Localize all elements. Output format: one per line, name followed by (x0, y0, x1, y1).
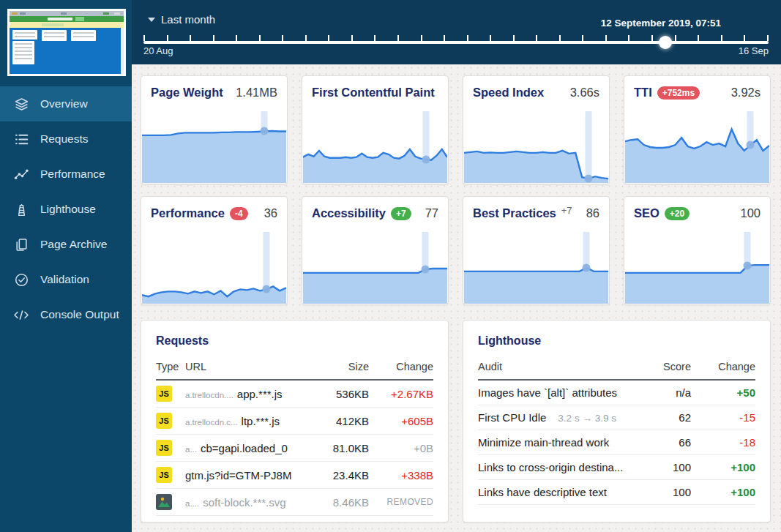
sparkline-marker-dot (583, 264, 591, 272)
request-url: a.trellocdn....app.***.js (185, 380, 303, 408)
list-icon (13, 131, 29, 147)
pages-icon (13, 236, 29, 252)
request-row[interactable]: JSa.trellocdn.c...ltp.***.js412KB+605B (156, 408, 433, 435)
lighthouse-icon (13, 201, 29, 217)
sparkline-marker-dot (585, 175, 593, 183)
sidebar-item-label: Requests (40, 132, 88, 146)
date-range-label: Last month (161, 13, 215, 26)
audit-row[interactable]: Images have `[alt]` attributesn/a+50 (478, 380, 755, 405)
request-change: +2.67KB (369, 380, 433, 408)
timeline-track[interactable] (143, 41, 769, 44)
request-size: 8.46KB (303, 489, 369, 516)
metric-card-best-practices[interactable]: Best Practices+786 (463, 196, 610, 305)
request-url: gtm.js?id=GTM-PJ8M (185, 462, 303, 489)
audit-change: +50 (691, 380, 755, 405)
request-url-name: ltp.***.js (242, 415, 280, 427)
sparkline-chart (142, 111, 286, 183)
metric-card-accessibility[interactable]: Accessibility+777 (302, 196, 449, 305)
audit-row[interactable]: Minimize main-thread work66-18 (478, 430, 755, 455)
request-url: a.trellocdn.c...ltp.***.js (185, 408, 303, 435)
metric-card-performance[interactable]: Performance-436 (141, 196, 288, 305)
audit-change: -15 (691, 405, 755, 430)
lighthouse-panel-title: Lighthouse (478, 334, 755, 348)
audit-name: Minimize main-thread work (478, 430, 640, 455)
metric-card-first-contentful-paint[interactable]: First Contentful Paint (302, 75, 449, 184)
audit-score: 100 (640, 480, 691, 505)
image-file-icon (156, 494, 172, 510)
metric-title: Performance (151, 206, 225, 220)
sidebar-item-label: Performance (40, 168, 105, 181)
sparkline-chart (303, 111, 447, 183)
request-url-prefix: a... (185, 445, 197, 454)
audit-row[interactable]: Links to cross-origin destina...100+100 (478, 455, 755, 480)
request-size: 23.4KB (303, 462, 369, 489)
sparkline-marker-dot (422, 265, 430, 273)
sparkline-chart (142, 232, 286, 304)
tables-row: Requests Type URL Size Change JSa.trello… (141, 320, 771, 522)
metric-value: 3.66s (570, 86, 599, 100)
sidebar-item-validation[interactable]: Validation (0, 262, 132, 297)
code-icon (13, 307, 29, 323)
request-row[interactable]: JSa...cb=gapi.loaded_081.0KB+0B (156, 435, 433, 462)
metric-card-page-weight[interactable]: Page Weight1.41MB (141, 75, 288, 184)
audit-name: Images have `[alt]` attributes (478, 380, 640, 405)
metric-card-speed-index[interactable]: Speed Index3.66s (463, 75, 610, 184)
sidebar-item-label: Validation (40, 273, 89, 286)
audit-score: 100 (640, 455, 691, 480)
sidebar-item-performance[interactable]: Performance (0, 157, 132, 192)
audit-score: 62 (640, 405, 691, 430)
page-thumbnail[interactable] (7, 9, 126, 76)
metric-value: 100 (740, 206, 761, 220)
audit-name: Links to cross-origin destina... (478, 455, 640, 480)
sparkline-chart (464, 111, 608, 183)
sidebar-nav: OverviewRequestsPerformanceLighthousePag… (0, 86, 132, 332)
request-size: 536KB (303, 380, 369, 408)
lighthouse-table: Audit Score Change Images have `[alt]` a… (478, 356, 755, 505)
js-file-icon: JS (156, 386, 172, 402)
sparkline-chart (303, 232, 447, 304)
metric-title: Speed Index (473, 86, 544, 100)
metric-card-seo[interactable]: SEO+20100 (624, 196, 771, 305)
selected-datetime-label: 12 September 2019, 07:51 (601, 18, 721, 29)
js-file-icon: JS (156, 467, 172, 483)
sidebar-item-console-output[interactable]: Console Output (0, 297, 132, 332)
sparkline-chart (625, 232, 769, 304)
metric-value: 3.92s (731, 86, 761, 100)
scatter-icon (13, 166, 29, 182)
request-url: a....soft-block.***.svg (185, 489, 303, 516)
sidebar-item-label: Page Archive (40, 238, 107, 251)
check-circle-icon (13, 271, 29, 288)
sidebar-item-requests[interactable]: Requests (0, 121, 132, 157)
main-content: Page Weight1.41MBFirst Contentful PaintS… (132, 64, 781, 532)
sidebar-item-page-archive[interactable]: Page Archive (0, 227, 132, 262)
request-row[interactable]: JSgtm.js?id=GTM-PJ8M23.4KB+338B (156, 462, 433, 489)
audit-score: n/a (640, 380, 691, 405)
audit-row[interactable]: First CPU Idle3.2 s → 3.9 s62-15 (478, 405, 755, 430)
request-url-name: cb=gapi.loaded_0 (201, 442, 288, 454)
audit-score: 66 (640, 430, 691, 455)
audit-row[interactable]: Links have descriptive text100+100 (478, 480, 755, 505)
layers-icon (13, 96, 29, 112)
thumbnail-browser-bar (10, 11, 124, 16)
request-row[interactable]: a....soft-block.***.svg8.46KBREMOVED (156, 489, 433, 516)
lighthouse-col-score: Score (640, 356, 691, 380)
sidebar-item-lighthouse[interactable]: Lighthouse (0, 192, 132, 227)
range-end-label: 16 Sep (739, 45, 769, 56)
sparkline-marker-dot (263, 285, 271, 293)
thumbnail-board (10, 28, 124, 74)
js-file-icon: JS (156, 413, 172, 429)
metric-title: Page Weight (151, 86, 223, 100)
date-range-dropdown[interactable]: Last month (148, 13, 215, 26)
request-url-prefix: a.... (185, 499, 199, 508)
sidebar-item-label: Console Output (40, 308, 119, 321)
sidebar-item-overview[interactable]: Overview (0, 86, 132, 121)
requests-table: Type URL Size Change JSa.trellocdn....ap… (156, 356, 433, 516)
metric-change-badge: +20 (665, 207, 690, 220)
metric-change-badge: +7 (391, 207, 411, 220)
request-url-name: app.***.js (237, 388, 283, 400)
metric-cards-grid: Page Weight1.41MBFirst Contentful PaintS… (141, 75, 771, 305)
request-row[interactable]: JSa.trellocdn....app.***.js536KB+2.67KB (156, 380, 433, 408)
request-change: +338B (369, 462, 433, 489)
audit-change: +100 (691, 455, 755, 480)
metric-card-tti[interactable]: TTI+752ms3.92s (624, 75, 771, 184)
